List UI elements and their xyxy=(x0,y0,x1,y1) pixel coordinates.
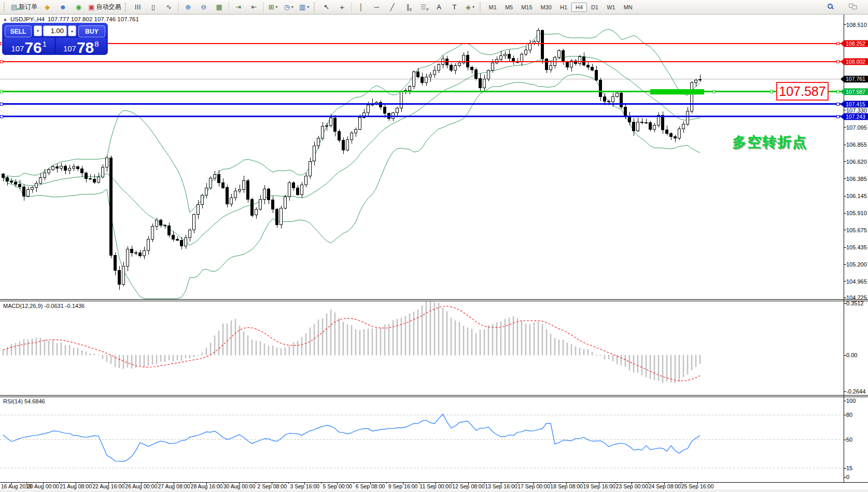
gold-icon: ◆ xyxy=(45,4,50,10)
timeframe-mn-button[interactable]: MN xyxy=(620,3,637,12)
svg-text:106.620: 106.620 xyxy=(846,159,867,165)
zoom-out-icon: ⊖ xyxy=(201,4,206,10)
zoom-in-button[interactable]: ⊕ xyxy=(180,1,196,13)
shapes-button[interactable]: ◈▾ xyxy=(463,1,478,13)
tile-icon: ▦ xyxy=(216,4,222,10)
sell-price[interactable]: 107 76 1 xyxy=(4,38,54,55)
trendline-button[interactable]: ╱ xyxy=(385,1,400,13)
chart-canvas[interactable]: 108.510107.330107.095106.855106.620106.3… xyxy=(0,0,868,492)
buy-button[interactable]: BUY xyxy=(78,25,105,37)
toolbar: ▤+新订单◆☻◉▣自动交易☰▯∿⊕⊖▦⇥⇤⊞▾◷▾▥▾↖+│─╱∥E☰FAT◈▾… xyxy=(0,0,868,15)
templates-button[interactable]: ▥▾ xyxy=(297,1,312,13)
label-icon: T xyxy=(453,4,457,10)
svg-text:0.00: 0.00 xyxy=(846,352,857,358)
svg-text:107.095: 107.095 xyxy=(846,124,867,131)
line-chart-button[interactable]: ∿ xyxy=(161,1,177,13)
svg-text:105.435: 105.435 xyxy=(846,244,867,250)
autotrading-button-label: 自动交易 xyxy=(96,3,121,11)
svg-text:0: 0 xyxy=(846,474,849,480)
horizontal-line-button[interactable]: ─ xyxy=(369,1,385,13)
tile-windows-button[interactable]: ▦ xyxy=(212,1,227,13)
buy-price[interactable]: 107 78 8 xyxy=(56,38,107,55)
timeframe-h4-button[interactable]: H4 xyxy=(571,3,587,12)
volume-up-button[interactable]: ▲ xyxy=(68,25,76,36)
periods-button[interactable]: ◷▾ xyxy=(281,1,297,13)
volume-field[interactable]: 1.00 xyxy=(43,25,67,36)
svg-text:3 Sep 16:00: 3 Sep 16:00 xyxy=(290,483,319,489)
svg-text:27 Aug 08:00: 27 Aug 08:00 xyxy=(158,483,190,489)
zoom-out-button[interactable]: ⊖ xyxy=(196,1,212,13)
price-callout-box[interactable]: 107.587 xyxy=(776,82,829,101)
new-order-icon: ▤+ xyxy=(11,4,17,10)
svg-text:107.587: 107.587 xyxy=(846,89,865,95)
timeframe-d1-button[interactable]: D1 xyxy=(587,3,603,12)
svg-text:19 Sep 16:00: 19 Sep 16:00 xyxy=(583,483,615,489)
community-button[interactable]: ☻ xyxy=(55,1,71,13)
signal-icon: ◉ xyxy=(76,4,81,10)
chevron-down-icon: ▾ xyxy=(472,5,474,9)
autotrading-button[interactable]: ▣自动交易 xyxy=(86,1,123,13)
autoscroll-icon: ⇥ xyxy=(235,4,241,10)
svg-text:50: 50 xyxy=(846,437,852,443)
svg-text:22 Aug 16:00: 22 Aug 16:00 xyxy=(92,483,124,489)
chart-symbol-period: USDJPY-,H4 xyxy=(10,16,45,22)
equidistant-channel-button[interactable]: ∥E xyxy=(400,1,416,13)
new-order-button-label: 新订单 xyxy=(19,3,37,11)
new-chart-button[interactable]: ⊞▾ xyxy=(265,1,281,13)
svg-text:28 Aug 16:00: 28 Aug 16:00 xyxy=(191,483,223,489)
toolbar-separator xyxy=(229,2,229,12)
crosshair-icon: + xyxy=(340,3,344,11)
timeframe-h1-button[interactable]: H1 xyxy=(556,3,571,12)
toolbar-separator xyxy=(263,2,264,12)
macd-indicator-label: MACD(12,26,9) -0.0631 -0.1436 xyxy=(3,303,85,309)
timeframe-m30-button[interactable]: M30 xyxy=(537,3,556,12)
svg-text:105.910: 105.910 xyxy=(846,210,867,216)
new-order-button[interactable]: ▤+新订单 xyxy=(9,1,39,13)
crosshair-button[interactable]: + xyxy=(334,1,350,13)
svg-text:20 Aug 00:00: 20 Aug 00:00 xyxy=(27,483,59,489)
search-button[interactable] xyxy=(822,1,838,13)
gold-button[interactable]: ◆ xyxy=(39,1,55,13)
timeframe-m15-button[interactable]: M15 xyxy=(517,3,536,12)
sell-button[interactable]: SELL xyxy=(5,25,32,37)
sell-price-prefix: 107 xyxy=(11,44,24,53)
vertical-line-button[interactable]: │ xyxy=(354,1,369,13)
chat-button[interactable] xyxy=(845,1,861,13)
new-chart-icon: ⊞ xyxy=(269,4,274,10)
text-label-button[interactable]: T xyxy=(447,1,463,13)
candlestick-button[interactable]: ▯ xyxy=(146,1,161,13)
volume-down-button[interactable]: ▼ xyxy=(34,25,42,36)
svg-text:80: 80 xyxy=(846,412,852,418)
chevron-down-icon: ▾ xyxy=(276,5,278,9)
svg-text:105.200: 105.200 xyxy=(846,261,867,268)
sell-price-sup: 1 xyxy=(43,39,47,48)
collapse-icon[interactable]: ▲ xyxy=(3,17,7,22)
svg-text:107.415: 107.415 xyxy=(846,101,865,107)
bar-chart-button[interactable]: ☰ xyxy=(130,1,146,13)
fibonacci-button[interactable]: ☰F xyxy=(416,1,431,13)
cursor-button[interactable]: ↖ xyxy=(319,1,334,13)
chart-shift-button[interactable]: ⇤ xyxy=(246,1,262,13)
svg-text:107.330: 107.330 xyxy=(846,107,867,114)
svg-text:100: 100 xyxy=(846,398,856,404)
chart-ohlc-values: 107.777 107.802 107.746 107.761 xyxy=(48,16,139,22)
svg-text:106.855: 106.855 xyxy=(846,142,867,148)
mt4-window: ▤+新订单◆☻◉▣自动交易☰▯∿⊕⊖▦⇥⇤⊞▾◷▾▥▾↖+│─╱∥E☰FAT◈▾… xyxy=(0,0,868,492)
svg-text:9 Sep 16:00: 9 Sep 16:00 xyxy=(388,483,418,489)
timeframe-m1-button[interactable]: M1 xyxy=(485,3,501,12)
auto-scroll-button[interactable]: ⇥ xyxy=(231,1,246,13)
svg-text:30 Aug 00:00: 30 Aug 00:00 xyxy=(223,483,256,489)
green-zone-rect xyxy=(650,89,704,94)
toolbar-separator xyxy=(352,2,352,12)
svg-text:108.252: 108.252 xyxy=(846,40,865,47)
cursor-icon: ↖ xyxy=(324,4,329,10)
chevron-down-icon: ▾ xyxy=(307,5,309,9)
one-click-trading-panel: SELL ▼ 1.00 ▲ BUY 107 76 1 107 78 8 xyxy=(2,23,108,55)
signals-button[interactable]: ◉ xyxy=(71,1,86,13)
zoom-in-icon: ⊕ xyxy=(185,4,191,10)
date-axis[interactable]: 16 Aug 201920 Aug 00:0021 Aug 08:0022 Au… xyxy=(1,483,713,489)
timeframe-m5-button[interactable]: M5 xyxy=(501,3,517,12)
svg-text:17 Sep 00:00: 17 Sep 00:00 xyxy=(517,483,550,489)
timeframe-w1-button[interactable]: W1 xyxy=(603,3,620,12)
text-button[interactable]: A xyxy=(431,1,447,13)
